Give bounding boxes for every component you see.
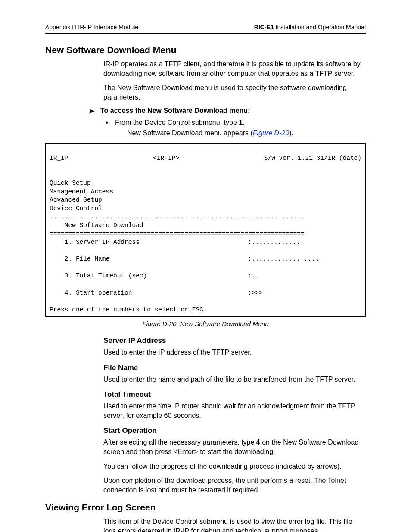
para-intro-2: The New Software Download menu is used t… xyxy=(103,83,366,102)
header-left: Appendix D IR-IP Interface Module xyxy=(45,24,138,31)
procedure-result: New Software Download menu appears (Figu… xyxy=(127,129,366,137)
heading-error-log: Viewing Error Log Screen xyxy=(45,502,366,513)
para-total-timeout: Used to enter the time IP router should … xyxy=(103,401,366,420)
para-start-op-1: After selecting all the necessary parame… xyxy=(103,438,366,456)
heading-total-timeout: Total Timeout xyxy=(103,390,366,400)
para-error-log: This item of the Device Control submenu … xyxy=(103,517,366,532)
header-right: RIC-E1 Installation and Operation Manual xyxy=(254,24,366,31)
heading-server-ip: Server IP Address xyxy=(103,336,366,346)
heading-start-operation: Start Operation xyxy=(103,426,366,436)
procedure-step: From the Device Control submenu, type 1. xyxy=(115,119,245,127)
figure-link[interactable]: Figure D-20 xyxy=(253,129,289,137)
heading-new-software-download: New Software Download Menu xyxy=(45,45,366,55)
para-file-name: Used to enter the name and path of the f… xyxy=(103,375,366,384)
para-server-ip: Used to enter the IP address of the TFTP… xyxy=(103,348,366,357)
para-start-op-3: Upon completion of the download process,… xyxy=(103,476,366,495)
para-intro-1: IR-IP operates as a TFTP client, and the… xyxy=(103,59,366,78)
arrow-icon: ➤ xyxy=(88,107,100,116)
para-start-op-2: You can follow the progress of the downl… xyxy=(103,462,366,471)
terminal-screenshot: IR_IP<IR-IP>S/W Ver. 1.21 31/IR (date) Q… xyxy=(45,143,366,317)
heading-file-name: File Name xyxy=(103,363,366,373)
figure-caption: Figure D-20. New Software Download Menu xyxy=(45,320,366,327)
procedure-heading: To access the New Software Download menu… xyxy=(100,107,250,115)
bullet-icon: • xyxy=(106,119,115,127)
running-header: Appendix D IR-IP Interface Module RIC-E1… xyxy=(45,24,366,34)
